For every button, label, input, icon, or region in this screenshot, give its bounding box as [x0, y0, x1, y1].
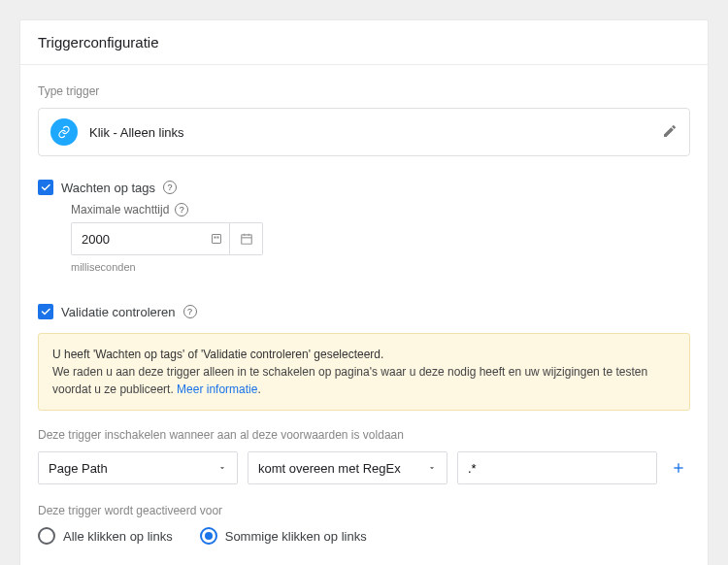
fire-on-all-radio[interactable]: Alle klikken op links — [38, 527, 173, 545]
max-wait-unit: milliseconden — [71, 261, 690, 273]
pencil-icon — [662, 123, 678, 139]
fire-on-radio-group: Alle klikken op links Sommige klikken op… — [38, 527, 690, 545]
fire-on-some-radio[interactable]: Sommige klikken op links — [200, 527, 367, 545]
enable-cond-operator-value: komt overeen met RegEx — [258, 461, 401, 476]
link-icon — [50, 118, 78, 146]
wait-for-tags-row: Wachten op tags ? — [38, 180, 690, 195]
chevron-down-icon — [427, 463, 437, 473]
help-icon[interactable]: ? — [163, 181, 177, 194]
wait-for-tags-label: Wachten op tags — [61, 181, 155, 195]
radio-outer — [200, 527, 217, 545]
enable-cond-variable-value: Page Path — [49, 461, 108, 476]
notice-bold: U heeft 'Wachten op tags' of 'Validatie … — [52, 348, 383, 361]
edit-trigger-type-button[interactable] — [662, 123, 678, 142]
check-validation-label: Validatie controleren — [61, 305, 176, 319]
enable-cond-value-input[interactable] — [457, 451, 657, 484]
add-enable-condition-button[interactable] — [667, 456, 690, 480]
fire-on-all-label: Alle klikken op links — [63, 529, 173, 544]
calendar-icon — [240, 232, 253, 246]
help-icon[interactable]: ? — [183, 305, 197, 318]
fire-on-some-label: Sommige klikken op links — [225, 529, 367, 544]
checkmark-icon — [40, 182, 51, 193]
trigger-config-card: Triggerconfiguratie Type trigger Klik - … — [19, 19, 709, 565]
card-body: Type trigger Klik - Alleen links Wachten… — [20, 65, 708, 565]
trigger-type-name: Klik - Alleen links — [89, 125, 662, 140]
radio-outer — [38, 527, 55, 545]
max-wait-input[interactable] — [71, 222, 230, 255]
checkmark-icon — [40, 306, 51, 317]
wait-for-tags-checkbox[interactable] — [38, 180, 53, 195]
check-validation-checkbox[interactable] — [38, 304, 53, 319]
help-icon[interactable]: ? — [175, 203, 188, 216]
calendar-button[interactable] — [230, 222, 263, 255]
svg-rect-3 — [241, 235, 251, 244]
page-title: Triggerconfiguratie — [20, 20, 708, 65]
notice-text: We raden u aan deze trigger alleen in te… — [52, 365, 647, 396]
check-validation-row: Validatie controleren ? — [38, 304, 690, 319]
type-trigger-label: Type trigger — [38, 84, 690, 98]
plus-icon — [671, 460, 686, 476]
max-wait-block: Maximale wachttijd ? milliseconden — [71, 203, 690, 273]
validation-notice: U heeft 'Wachten op tags' of 'Validatie … — [38, 333, 690, 411]
trigger-type-box[interactable]: Klik - Alleen links — [38, 108, 690, 156]
fire-on-label: Deze trigger wordt geactiveerd voor — [38, 504, 690, 517]
notice-more-info-link[interactable]: Meer informatie — [177, 382, 257, 396]
chevron-down-icon — [217, 463, 227, 473]
enable-condition-row: Page Path komt overeen met RegEx — [38, 451, 690, 484]
enable-cond-operator-select[interactable]: komt overeen met RegEx — [248, 451, 447, 484]
enable-cond-variable-select[interactable]: Page Path — [38, 451, 238, 484]
enable-cond-label: Deze trigger inschakelen wanneer aan al … — [38, 428, 690, 442]
max-wait-label: Maximale wachttijd — [71, 203, 169, 216]
